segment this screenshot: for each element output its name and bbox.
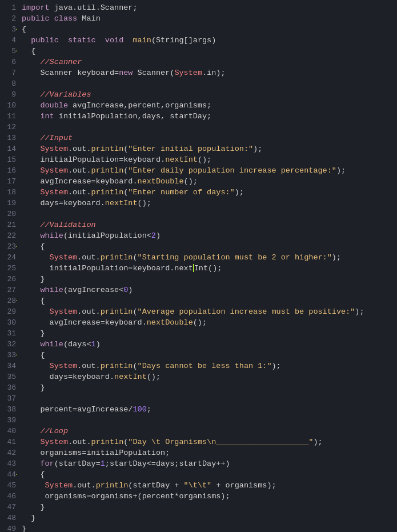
line-number: 27 (5, 285, 16, 295)
line-number: 20 (5, 209, 16, 219)
line-number: 36 (5, 382, 16, 393)
code-line: while(avgIncrease<0) (22, 285, 391, 295)
code-line: //Loop (22, 426, 391, 437)
code-line: avgIncrease=keyboard.nextDouble(); (22, 317, 391, 328)
line-number: 39 (5, 415, 16, 426)
code-line: int initialPopulation,days, startDay; (22, 111, 391, 122)
line-number: 37 (5, 393, 16, 404)
code-line: double avgIncrease,percent,organisms; (22, 100, 391, 111)
code-line: System.out.println("Day \t Organisms\n__… (22, 437, 391, 447)
line-number: 32 (5, 339, 16, 350)
line-number: 2 (5, 13, 16, 24)
line-number: 19 (5, 198, 16, 209)
code-line: } (22, 274, 391, 285)
code-line: { (22, 350, 391, 361)
line-number-gutter: 1234567891011121314151617181920212223242… (0, 2, 22, 532)
code-line: avgIncrease=keyboard.nextDouble(); (22, 176, 391, 187)
line-number: 12 (5, 122, 16, 133)
line-number: 33 (5, 350, 16, 361)
line-number: 24 (5, 252, 16, 263)
line-number: 21 (5, 219, 16, 230)
line-number: 11 (5, 111, 16, 122)
code-line: System.out.println("Starting population … (22, 252, 391, 263)
code-line: { (22, 469, 391, 480)
code-line: System.out.println("Enter number of days… (22, 187, 391, 198)
code-line: percent=avgIncrease/100; (22, 404, 391, 415)
code-line: public class Main (22, 13, 391, 24)
line-number: 4 (5, 35, 16, 46)
code-line: System.out.println("Days cannot be less … (22, 361, 391, 371)
code-line: organisms=organisms+(percent*organisms); (22, 491, 391, 502)
line-number: 25 (5, 263, 16, 274)
code-line (22, 209, 391, 219)
code-line: while(days<1) (22, 339, 391, 350)
line-number: 47 (5, 502, 16, 513)
code-line: initialPopulation=keyboard.nextInt(); (22, 263, 391, 274)
code-line: } (22, 382, 391, 393)
code-editor: 1234567891011121314151617181920212223242… (0, 0, 397, 532)
code-line: while(initialPopulation<2) (22, 230, 391, 241)
line-number: 9 (5, 89, 16, 100)
line-number: 45 (5, 480, 16, 491)
line-number: 6 (5, 57, 16, 67)
code-line (22, 393, 391, 404)
code-line (22, 415, 391, 426)
code-line: } (22, 328, 391, 339)
code-line: } (22, 513, 391, 523)
line-number: 41 (5, 437, 16, 447)
line-number: 14 (5, 143, 16, 154)
line-number: 31 (5, 328, 16, 339)
code-line: for(startDay=1;startDay<=days;startDay++… (22, 458, 391, 469)
code-line: System.out.println("Average population i… (22, 306, 391, 317)
line-number: 48 (5, 513, 16, 523)
code-content[interactable]: import java.util.Scanner;public class Ma… (22, 2, 397, 532)
code-line: //Validation (22, 219, 391, 230)
code-line: } (22, 502, 391, 513)
line-number: 8 (5, 78, 16, 89)
line-number: 30 (5, 317, 16, 328)
code-line: import java.util.Scanner; (22, 2, 391, 13)
line-number: 49 (5, 523, 16, 532)
line-number: 23 (5, 241, 16, 252)
code-line: System.out.println(startDay + "\t\t" + o… (22, 480, 391, 491)
code-line: organisms=initialPopulation; (22, 447, 391, 458)
code-line: //Input (22, 133, 391, 143)
code-line: days=keyboard.nextInt(); (22, 198, 391, 209)
code-line: { (22, 46, 391, 57)
line-number: 16 (5, 165, 16, 176)
code-line: initialPopulation=keyboard.nextInt(); (22, 154, 391, 165)
code-line: { (22, 295, 391, 306)
code-line: } (22, 523, 391, 532)
line-number: 29 (5, 306, 16, 317)
code-line: { (22, 24, 391, 35)
line-number: 38 (5, 404, 16, 415)
line-number: 28 (5, 295, 16, 306)
code-line: { (22, 241, 391, 252)
code-line: days=keyboard.nextInt(); (22, 371, 391, 382)
line-number: 46 (5, 491, 16, 502)
code-line: Scanner keyboard=new Scanner(System.in); (22, 67, 391, 78)
code-line (22, 122, 391, 133)
line-number: 7 (5, 67, 16, 78)
line-number: 1 (5, 2, 16, 13)
line-number: 34 (5, 361, 16, 371)
code-line (22, 78, 391, 89)
line-number: 5 (5, 46, 16, 57)
line-number: 17 (5, 176, 16, 187)
code-line: //Variables (22, 89, 391, 100)
line-number: 10 (5, 100, 16, 111)
line-number: 13 (5, 133, 16, 143)
line-number: 3 (5, 24, 16, 35)
line-number: 15 (5, 154, 16, 165)
code-line: System.out.println("Enter daily populati… (22, 165, 391, 176)
code-line: //Scanner (22, 57, 391, 67)
line-number: 40 (5, 426, 16, 437)
line-number: 22 (5, 230, 16, 241)
code-line: public static void main(String[]args) (22, 35, 391, 46)
line-number: 35 (5, 371, 16, 382)
line-number: 42 (5, 447, 16, 458)
code-line: System.out.println("Enter initial popula… (22, 143, 391, 154)
line-number: 18 (5, 187, 16, 198)
line-number: 26 (5, 274, 16, 285)
line-number: 44 (5, 469, 16, 480)
